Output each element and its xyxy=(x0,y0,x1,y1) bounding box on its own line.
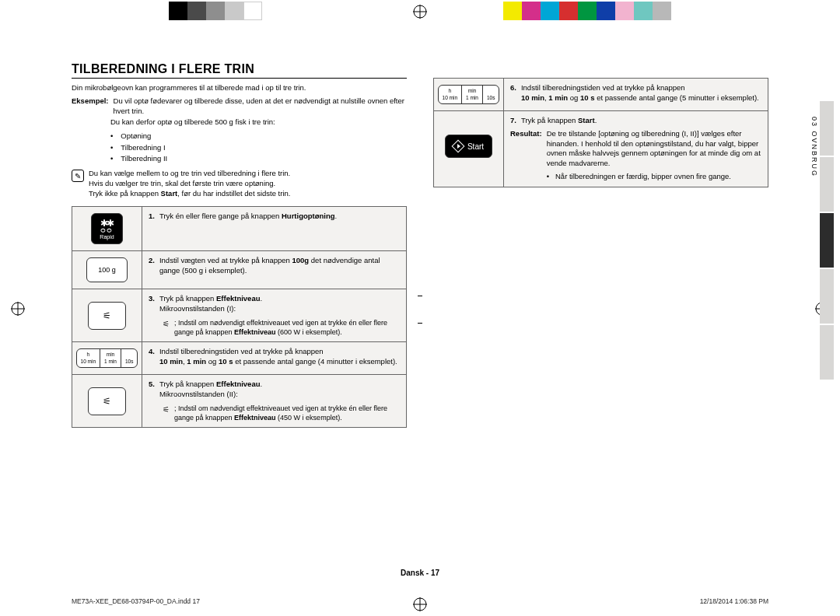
intro-text: Din mikrobølgeovn kan programmeres til a… xyxy=(72,83,407,93)
bullet-item: Optøning xyxy=(110,131,407,142)
example-block: Eksempel: Du vil optø fødevarer og tilbe… xyxy=(72,96,407,117)
registration-mark-left xyxy=(11,302,25,316)
step-text-cell: 1. Tryk én eller flere gange på knappen … xyxy=(142,207,407,251)
timer-button-icon: h10 min min1 min 10s xyxy=(76,348,138,368)
power-button-icon: ⚟ xyxy=(88,387,126,415)
table-row: h10 min min1 min 10s 4. Indstil tilbered… xyxy=(72,342,407,375)
step-text-cell: 2. Indstil vægten ved at trykke på knapp… xyxy=(142,251,407,289)
example-body: Du vil optø fødevarer og tilberede disse… xyxy=(114,96,407,117)
icon-cell-100g: 100 g xyxy=(72,251,142,289)
start-button-icon: Start xyxy=(445,135,492,158)
bullet-item: Tilberedning II xyxy=(110,153,407,164)
sub-note: ⚟ ; Indstil om nødvendigt effektniveauet… xyxy=(149,404,400,422)
icon-cell-timer: h10 min min1 min 10s xyxy=(434,79,504,111)
wave-icon: ⚟ xyxy=(163,319,170,337)
left-column: TILBEREDNING I FLERE TRIN Din mikrobølge… xyxy=(72,62,407,568)
icon-cell-power: ⚟ xyxy=(72,289,142,342)
sub-note: ⚟ ; Indstil om nødvendigt effektniveauet… xyxy=(149,319,400,337)
step-text-cell: 3. Tryk på knappen Effektniveau. Mikroov… xyxy=(142,289,407,342)
section-tab: 03 OVNBRUG xyxy=(810,117,818,177)
note-block: ✎ Du kan vælge mellem to og tre trin ved… xyxy=(72,169,407,198)
side-tab-bars xyxy=(820,101,834,381)
page-footer-left: ME73A-XEE_DE68-03794P-00_DA.indd 17 xyxy=(72,597,200,605)
step-text-cell: 6. Indstil tilberedningstiden ved at try… xyxy=(504,79,768,111)
icon-cell-power: ⚟ xyxy=(72,375,142,428)
rapid-button-icon: ✱✱ᴑᴑ Rapid xyxy=(91,213,122,244)
stage-bullets: Optøning Tilberedning I Tilberedning II xyxy=(110,131,407,164)
result-body: De tre tilstande [optøning og tilberedni… xyxy=(547,129,761,167)
table-row: h10 min min1 min 10s 6. Indstil tilbered… xyxy=(434,79,768,111)
note-icon: ✎ xyxy=(72,170,84,182)
step-text-cell: 5. Tryk på knappen Effektniveau. Mikroov… xyxy=(142,375,407,428)
table-row: ✱✱ᴑᴑ Rapid 1. Tryk én eller flere gange … xyxy=(72,207,407,251)
steps-table-right: h10 min min1 min 10s 6. Indstil tilbered… xyxy=(433,78,768,187)
example-label: Eksempel: xyxy=(72,96,109,117)
result-bullet: •Når tilberedningen er færdig, bipper ov… xyxy=(547,172,761,182)
bullet-item: Tilberedning I xyxy=(110,142,407,153)
icon-cell-rapid: ✱✱ᴑᴑ Rapid xyxy=(72,207,142,251)
weight-button-icon: 100 g xyxy=(86,257,128,282)
power-button-icon: ⚟ xyxy=(88,302,126,330)
table-row: ⚟ 5. Tryk på knappen Effektniveau. Mikro… xyxy=(72,375,407,428)
note-line: Hvis du vælger tre trin, skal det første… xyxy=(89,179,290,189)
table-row: ⚟ 3. Tryk på knappen Effektniveau. Mikro… xyxy=(72,289,407,342)
play-icon xyxy=(451,140,464,153)
page-title: TILBEREDNING I FLERE TRIN xyxy=(72,62,407,79)
timer-button-icon: h10 min min1 min 10s xyxy=(438,85,500,104)
note-line: Du kan vælge mellem to og tre trin ved t… xyxy=(89,169,290,179)
result-label: Resultat: xyxy=(510,129,542,182)
page-footer-right: 12/18/2014 1:06:38 PM xyxy=(700,597,768,605)
registration-mark-top xyxy=(413,5,427,19)
step-text-cell: 7. Tryk på knappen Start. Resultat: De t… xyxy=(504,111,768,187)
steps-table-left: ✱✱ᴑᴑ Rapid 1. Tryk én eller flere gange … xyxy=(72,206,407,428)
note-line: Tryk ikke på knappen Start, før du har i… xyxy=(89,189,290,199)
page-footer-center: Dansk - 17 xyxy=(0,569,840,577)
table-row: 100 g 2. Indstil vægten ved at trykke på… xyxy=(72,251,407,289)
table-row: Start 7. Tryk på knappen Start. Resultat… xyxy=(434,111,768,187)
right-column: h10 min min1 min 10s 6. Indstil tilbered… xyxy=(433,62,768,568)
example-body2: Du kan derfor optø og tilberede 500 g fi… xyxy=(110,117,407,128)
icon-cell-start: Start xyxy=(434,111,504,187)
icon-cell-timer: h10 min min1 min 10s xyxy=(72,342,142,375)
step-text-cell: 4. Indstil tilberedningstiden ved at try… xyxy=(142,342,407,375)
wave-icon: ⚟ xyxy=(163,404,170,422)
registration-mark-bottom xyxy=(413,597,427,611)
